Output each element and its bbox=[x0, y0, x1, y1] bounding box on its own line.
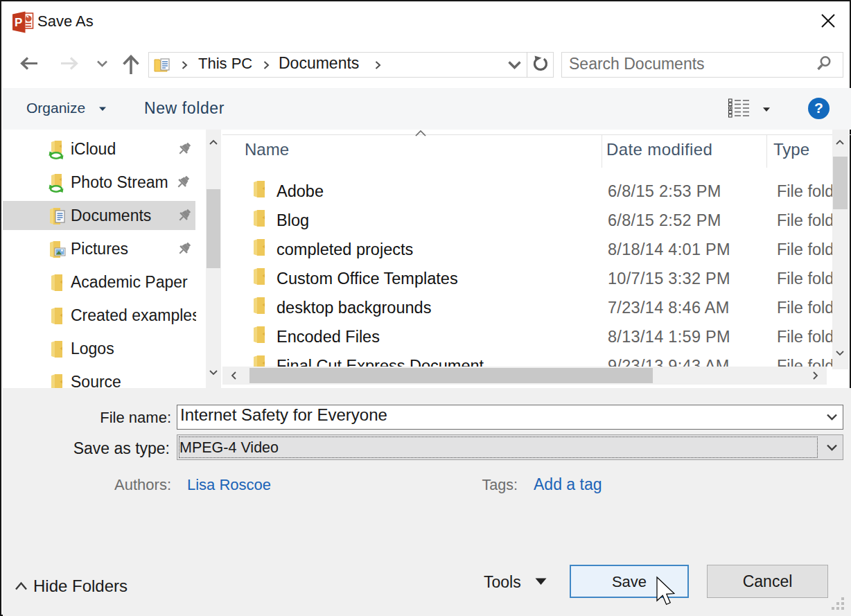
svg-text:P: P bbox=[15, 16, 22, 29]
